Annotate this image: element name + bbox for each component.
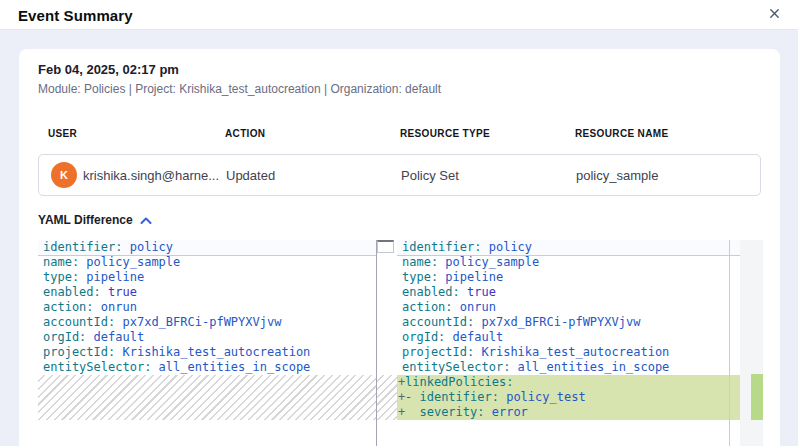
yaml-line: name: policy_sample (38, 255, 376, 270)
diff-left-pane[interactable]: identifier: policyname: policy_sampletyp… (38, 240, 377, 446)
yaml-line: identifier: policy (38, 240, 376, 255)
yaml-line: action: onrun (397, 300, 740, 315)
column-header-resource-type: RESOURCE TYPE (400, 128, 490, 139)
yaml-line: type: pipeline (397, 270, 740, 285)
yaml-added-line: +- identifier: policy_test (397, 390, 740, 405)
row-action: Updated (226, 168, 275, 183)
yaml-line: name: policy_sample (397, 255, 740, 270)
page-title: Event Summary (18, 6, 133, 23)
row-resource-name: policy_sample (576, 168, 658, 183)
event-summary-modal: Event Summary Feb 04, 2025, 02:17 pm Mod… (0, 0, 798, 446)
diff-empty-hatch (38, 375, 376, 420)
yaml-line: enabled: true (38, 285, 376, 300)
diff-scrollbar-track[interactable] (740, 240, 763, 446)
yaml-line: projectId: Krishika_test_autocreation (38, 345, 376, 360)
yaml-line: identifier: policy (397, 240, 740, 255)
yaml-diff-viewer: identifier: policyname: policy_sampletyp… (38, 240, 763, 446)
column-header-action: ACTION (225, 128, 265, 139)
scroll-lock-icon[interactable] (377, 240, 394, 253)
yaml-difference-header: YAML Difference (38, 212, 152, 228)
yaml-line: projectId: Krishika_test_autocreation (397, 345, 740, 360)
table-row: K krishika.singh@harne... Updated Policy… (38, 154, 761, 196)
yaml-added-line: +linkedPolicies: (397, 375, 740, 390)
row-resource-type: Policy Set (401, 168, 459, 183)
column-header-resource-name: RESOURCE NAME (575, 128, 668, 139)
diff-gap-hatch (377, 375, 397, 420)
modal-header: Event Summary (0, 0, 798, 30)
yaml-line: entitySelector: all_entities_in_scope (397, 360, 740, 375)
diff-inner-scrollbar (729, 240, 730, 446)
yaml-line: accountId: px7xd_BFRCi-pfWPYXVjvw (397, 315, 740, 330)
yaml-line: entitySelector: all_entities_in_scope (38, 360, 376, 375)
avatar: K (51, 162, 77, 188)
column-header-user: USER (48, 128, 77, 139)
yaml-line: orgId: default (38, 330, 376, 345)
yaml-difference-toggle[interactable] (140, 213, 152, 228)
close-icon (768, 7, 781, 23)
close-button[interactable] (762, 3, 786, 27)
yaml-line: action: onrun (38, 300, 376, 315)
yaml-line: orgId: default (397, 330, 740, 345)
diff-right-pane[interactable]: identifier: policyname: policy_sampletyp… (397, 240, 740, 446)
diff-change-marker (751, 374, 763, 420)
event-card: Feb 04, 2025, 02:17 pm Module: Policies … (19, 49, 780, 446)
event-meta: Module: Policies | Project: Krishika_tes… (38, 82, 441, 96)
yaml-added-line: + severity: error (397, 405, 740, 420)
chevron-up-icon (140, 213, 152, 228)
yaml-line: enabled: true (397, 285, 740, 300)
event-timestamp: Feb 04, 2025, 02:17 pm (38, 62, 179, 77)
yaml-line: type: pipeline (38, 270, 376, 285)
row-user: krishika.singh@harne... (83, 168, 219, 183)
yaml-line: accountId: px7xd_BFRCi-pfWPYXVjvw (38, 315, 376, 330)
yaml-difference-label: YAML Difference (38, 213, 133, 227)
